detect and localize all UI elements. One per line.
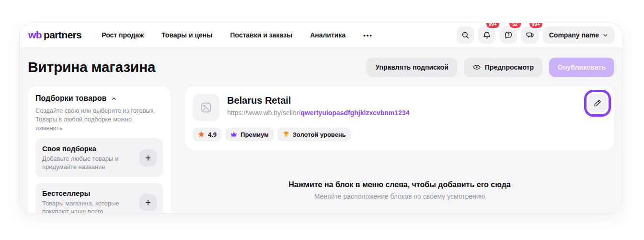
edit-store-button[interactable] [588,94,607,112]
collection-title: Своя подборка [42,144,128,153]
add-collection-button[interactable] [139,149,157,167]
rating-badge: 4.9 [193,128,221,141]
collections-section-header[interactable]: Подборки товаров [35,94,163,103]
empty-state-subtitle: Меняйте расположение блоков по своему ус… [185,192,614,200]
main-nav: Рост продаж Товары и цены Поставки и зак… [102,31,457,39]
account-selector[interactable]: Company name [543,26,615,44]
star-icon [197,131,205,138]
chat-button[interactable]: 99+ [521,26,539,44]
page-actions: Управлять подпиской Предпросмотр Опублик… [367,58,614,77]
eye-icon [472,63,481,72]
preview-button[interactable]: Предпросмотр [464,58,542,77]
store-header-card: Belarus Retail https://www.wb.by/seller/… [185,86,614,150]
logo-partners-text: partners [44,29,81,41]
manage-subscription-button[interactable]: Управлять подпиской [367,58,457,77]
store-url-slug: qwertyuiopasdfghjklzxcvbnm1234 [300,109,409,117]
chevron-up-icon [111,96,117,102]
search-icon [461,31,470,39]
notifications-badge: 99+ [486,23,499,28]
collection-description: Добавьте любые товары и придумайте назва… [42,155,128,171]
pencil-icon [593,99,602,108]
topbar-actions: 99+ ? 52 99+ Company name [457,26,615,44]
chat-badge: 99+ [529,23,542,28]
collection-description: Товары магазина, которые покупают чаще в… [42,199,128,214]
logo-wb-text: wb [28,29,42,41]
help-bubble-icon: ? [504,31,513,39]
preview-label: Предпросмотр [485,63,534,71]
nav-item-sales-growth[interactable]: Рост продаж [102,31,144,39]
store-logo-placeholder[interactable] [193,94,219,121]
nav-item-goods-prices[interactable]: Товары и цены [161,31,212,39]
notifications-button[interactable]: 99+ [478,26,495,44]
highlight-annotation-ring [584,90,611,117]
store-url[interactable]: https://www.wb.by/seller/qwertyuiopasdfg… [227,109,409,117]
premium-label: Премиум [241,131,269,138]
collections-sidebar: Подборки товаров Создайте свою или выбер… [28,86,171,214]
search-button[interactable] [457,26,474,44]
help-badge: 52 [509,23,521,28]
collection-card-custom[interactable]: Своя подборка Добавьте любые товары и пр… [35,138,163,177]
page-header: Витрина магазина Управлять подпиской Пре… [28,47,614,86]
collections-title: Подборки товаров [35,94,106,103]
add-collection-button[interactable] [139,194,157,211]
empty-drop-zone: Нажмите на блок в меню слева, чтобы доба… [185,180,614,200]
nav-item-supplies-orders[interactable]: Поставки и заказы [230,31,292,39]
nav-item-more[interactable]: ••• [363,32,373,39]
trophy-icon [282,131,290,138]
app-window: wb partners Рост продаж Товары и цены По… [19,23,623,214]
top-navigation-bar: wb partners Рост продаж Товары и цены По… [20,23,622,47]
page-title: Витрина магазина [28,59,155,75]
account-name: Company name [549,31,599,39]
plus-icon [144,199,152,206]
collections-description: Создайте свою или выберите из готовых. Т… [35,107,155,132]
empty-state-title: Нажмите на блок в меню слева, чтобы доба… [185,180,614,189]
content-columns: Подборки товаров Создайте свою или выбер… [28,86,614,214]
help-button[interactable]: ? 52 [500,26,517,44]
publish-button[interactable]: Опубликовать [549,58,614,77]
nav-item-analytics[interactable]: Аналитика [310,31,345,39]
bell-icon [483,31,491,39]
chat-icon [526,31,534,39]
store-name: Belarus Retail [227,95,409,106]
store-badges: 4.9 Премиум [193,128,607,141]
store-url-prefix: https://www.wb.by/seller/ [227,109,300,117]
crown-icon [230,131,238,138]
content-area: Витрина магазина Управлять подпиской Пре… [20,47,622,214]
gold-level-label: Золотой уровень [293,131,346,138]
storefront-main: Belarus Retail https://www.wb.by/seller/… [185,86,614,200]
chevron-down-icon [602,32,609,38]
rating-value: 4.9 [208,131,217,138]
premium-badge: Премиум [225,128,274,141]
collection-card-bestsellers[interactable]: Бестселлеры Товары магазина, которые пок… [35,183,163,214]
gold-level-badge: Золотой уровень [277,128,351,141]
svg-text:?: ? [507,33,509,37]
collection-title: Бестселлеры [42,189,128,197]
wb-partners-logo[interactable]: wb partners [28,29,81,41]
plus-icon [144,154,152,162]
page-canvas: wb partners Рост продаж Товары и цены По… [0,0,644,240]
image-placeholder-icon [200,101,212,114]
